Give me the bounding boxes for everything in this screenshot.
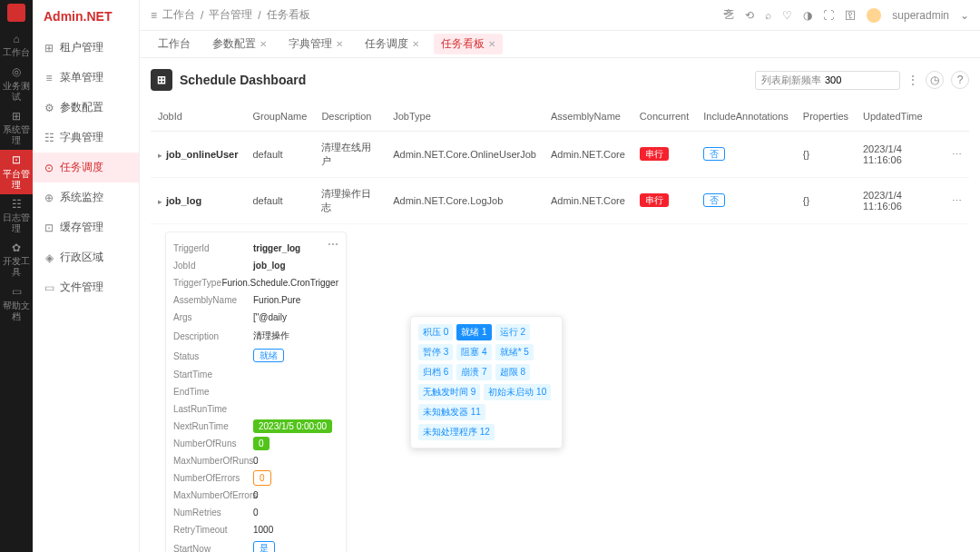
trigger-detail-card: ⋯ TriggerIdtrigger_logJobIdjob_logTrigge… (165, 232, 347, 552)
lock-icon[interactable]: ⚿ (845, 9, 856, 22)
tab-4[interactable]: 任务看板✕ (434, 34, 503, 54)
status-dropdown[interactable]: 积压 0就绪 1运行 2暂停 3阻塞 4就绪* 5归档 6崩溃 7超限 8无触发… (410, 316, 563, 448)
row-more-icon[interactable]: ⋯ (952, 149, 962, 160)
status-option[interactable]: 超限 8 (495, 364, 530, 380)
mini-item-6[interactable]: ▭帮助文档 (0, 281, 33, 325)
sidebar-item-5[interactable]: ⊕系统监控 (33, 182, 139, 212)
sidebar-item-1[interactable]: ≡菜单管理 (33, 63, 139, 93)
card-more-icon[interactable]: ⋯ (328, 238, 338, 251)
detail-row-MaxNumberOfRuns: MaxNumberOfRuns0 (173, 452, 338, 469)
stepper-icon[interactable]: ⋮ (907, 74, 918, 86)
tab-close-icon[interactable]: ✕ (412, 39, 419, 49)
col-header (945, 102, 969, 132)
page-title: ⊞ Schedule Dashboard (151, 69, 306, 91)
fullscreen-icon[interactable]: ⛶ (823, 9, 834, 22)
status-option[interactable]: 阻塞 4 (456, 344, 491, 360)
row-more-icon[interactable]: ⋯ (952, 195, 962, 206)
status-option[interactable]: 无触发时间 9 (418, 384, 480, 400)
theme-icon[interactable]: ◑ (803, 9, 812, 22)
table-row: ▸job_log default清理操作日志Admin.NET.Core.Log… (151, 178, 969, 224)
sidebar-item-3[interactable]: ☷字典管理 (33, 123, 139, 153)
detail-row-EndTime: EndTime (173, 383, 338, 400)
detail-row-Args: Args["@daily (173, 309, 338, 326)
status-option[interactable]: 归档 6 (418, 364, 453, 380)
col-header: JobId (151, 102, 245, 132)
detail-row-NumberOfRuns: NumberOfRuns0 (173, 435, 338, 452)
lang-icon[interactable]: 㐎 (723, 7, 734, 23)
tab-0[interactable]: 工作台 (151, 34, 198, 54)
inc-badge: 否 (703, 193, 725, 207)
breadcrumb: ≡ 工作台/ 平台管理/ 任务看板 (151, 7, 310, 23)
detail-row-MaxNumberOfErrors: MaxNumberOfErrors0 (173, 487, 338, 504)
clock-icon[interactable]: ◷ (926, 71, 944, 89)
bell-icon[interactable]: ♡ (782, 9, 792, 22)
detail-row-StartTime: StartTime (173, 366, 338, 383)
mini-item-4[interactable]: ☷日志管理 (0, 194, 33, 238)
chevron-down-icon[interactable]: ⌄ (960, 9, 969, 22)
detail-row-NextRunTime: NextRunTime2023/1/5 0:00:00 (173, 418, 338, 435)
tab-2[interactable]: 字典管理✕ (281, 34, 350, 54)
tab-close-icon[interactable]: ✕ (336, 39, 343, 49)
search-icon[interactable]: ⌕ (765, 9, 771, 22)
sidebar-item-7[interactable]: ◈行政区域 (33, 242, 139, 272)
detail-row-AssemblyName: AssemblyNameFurion.Pure (173, 291, 338, 309)
expand-icon[interactable]: ▸ (158, 151, 162, 160)
refresh-value[interactable] (825, 74, 870, 85)
detail-row-JobId: JobIdjob_log (173, 257, 338, 274)
status-option[interactable]: 运行 2 (495, 324, 530, 340)
col-header: JobType (386, 102, 544, 132)
col-header: Properties (796, 102, 856, 132)
col-header: AssemblyName (544, 102, 632, 132)
menu-toggle-icon[interactable]: ≡ (151, 9, 157, 22)
tab-1[interactable]: 参数配置✕ (205, 34, 274, 54)
mini-item-0[interactable]: ⌂工作台 (0, 29, 33, 62)
detail-row-NumRetries: NumRetries0 (173, 504, 338, 521)
refresh-rate-input[interactable]: 列表刷新频率 (755, 71, 900, 90)
status-option[interactable]: 暂停 3 (418, 344, 453, 360)
detail-row-Status: Status就绪 (173, 346, 338, 366)
tabs: 工作台参数配置✕字典管理✕任务调度✕任务看板✕ (140, 31, 980, 58)
tab-close-icon[interactable]: ✕ (488, 39, 495, 49)
status-option[interactable]: 初始未启动 10 (484, 384, 551, 400)
mini-item-5[interactable]: ✿开发工具 (0, 238, 33, 281)
mini-item-3[interactable]: ⊡平台管理 (0, 150, 33, 193)
col-header: IncludeAnnotations (696, 102, 796, 132)
refresh-icon[interactable]: ⟲ (745, 9, 754, 22)
col-header: UpdatedTime (856, 102, 945, 132)
col-header: GroupName (245, 102, 314, 132)
user-name[interactable]: superadmin (892, 9, 949, 22)
detail-row-NumberOfErrors: NumberOfErrors0 (173, 469, 338, 487)
col-header: Concurrent (632, 102, 696, 132)
tab-close-icon[interactable]: ✕ (260, 39, 267, 49)
col-header: Description (314, 102, 386, 132)
brand: Admin.NET (33, 0, 139, 33)
mini-item-1[interactable]: ◎业务测试 (0, 62, 33, 105)
status-option[interactable]: 未知触发器 11 (418, 404, 485, 420)
jobs-table: JobIdGroupNameDescriptionJobTypeAssembly… (151, 102, 969, 224)
table-row: ▸job_onlineUser default清理在线用户Admin.NET.C… (151, 132, 969, 178)
status-option[interactable]: 未知处理程序 12 (418, 424, 495, 440)
detail-row-TriggerType: TriggerTypeFurion.Schedule.CronTrigger (173, 274, 338, 291)
status-option[interactable]: 积压 0 (418, 324, 453, 340)
detail-row-RetryTimeout: RetryTimeout1000 (173, 521, 338, 538)
concurrent-badge: 串行 (640, 147, 669, 161)
detail-row-Description: Description清理操作 (173, 326, 338, 346)
mini-item-2[interactable]: ⊞系统管理 (0, 106, 33, 150)
status-option[interactable]: 崩溃 7 (456, 364, 491, 380)
sidebar-item-8[interactable]: ▭文件管理 (33, 272, 139, 302)
mini-sidebar: ⌂工作台◎业务测试⊞系统管理⊡平台管理☷日志管理✿开发工具▭帮助文档 (0, 0, 33, 552)
status-option[interactable]: 就绪 1 (456, 324, 491, 340)
expand-icon[interactable]: ▸ (158, 197, 162, 206)
avatar[interactable] (867, 8, 881, 23)
sidebar-item-2[interactable]: ⚙参数配置 (33, 93, 139, 123)
topbar-actions: 㐎 ⟲ ⌕ ♡ ◑ ⛶ ⚿ superadmin ⌄ (723, 7, 969, 23)
content: ⊞ Schedule Dashboard 列表刷新频率 ⋮ ◷ ? JobIdG… (140, 58, 980, 552)
help-icon[interactable]: ? (951, 71, 969, 89)
sidebar-item-6[interactable]: ⊡缓存管理 (33, 212, 139, 242)
sidebar-item-4[interactable]: ⊙任务调度 (33, 153, 139, 182)
tab-3[interactable]: 任务调度✕ (358, 34, 426, 54)
status-option[interactable]: 就绪* 5 (495, 344, 534, 360)
sidebar-item-0[interactable]: ⊞租户管理 (33, 33, 139, 63)
sidebar: Admin.NET ⊞租户管理≡菜单管理⚙参数配置☷字典管理⊙任务调度⊕系统监控… (33, 0, 140, 552)
detail-row-TriggerId: TriggerIdtrigger_log (173, 240, 338, 257)
